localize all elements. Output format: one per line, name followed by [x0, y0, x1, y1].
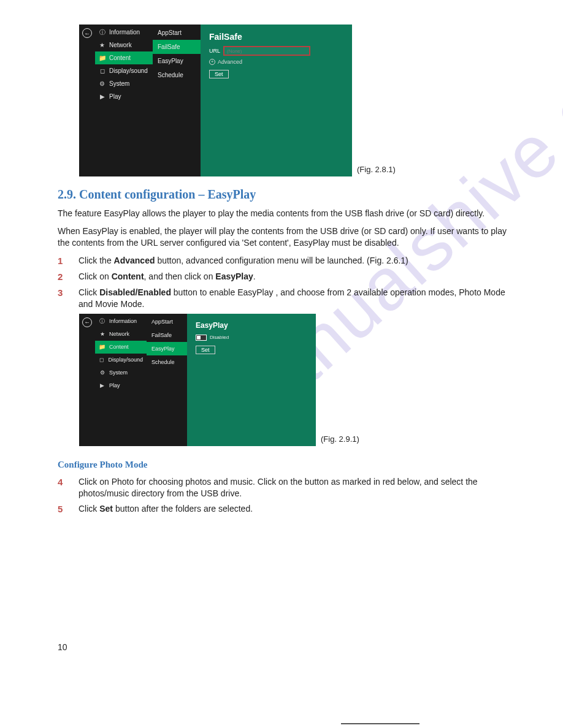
- step-3: 3 Click Disabled/Enabled button to enabl…: [58, 287, 511, 310]
- step-2: 2 Click on Content, and then click on Ea…: [58, 271, 511, 283]
- nav-label: Play: [109, 93, 121, 100]
- back-column: ←: [79, 25, 95, 176]
- footer-divider: [341, 723, 419, 724]
- toggle-knob: [197, 336, 201, 339]
- primary-nav: ⓘInformation ★Network 📁Content ◻Display/…: [95, 25, 153, 176]
- step-text: Click on Photo for choosing photos and m…: [79, 476, 511, 499]
- step-1: 1 Click the Advanced button, advanced co…: [58, 255, 511, 267]
- screenshot-failsafe: ← ⓘInformation ★Network 📁Content ◻Displa…: [79, 25, 352, 176]
- nav-information[interactable]: ⓘInformation: [95, 315, 147, 328]
- nav-play[interactable]: ▶Play: [95, 379, 147, 392]
- figure-2-8-1: ← ⓘInformation ★Network 📁Content ◻Displa…: [79, 25, 511, 176]
- page-content: ← ⓘInformation ★Network 📁Content ◻Displa…: [58, 25, 511, 519]
- sub-appstart[interactable]: AppStart: [153, 26, 201, 40]
- figure-2-9-1: ← ⓘInformation ★Network 📁Content ◻Displa…: [79, 314, 511, 446]
- nav-label: Display/sound: [108, 357, 143, 363]
- page-number: 10: [58, 642, 67, 652]
- section-heading: 2.9. Content configuration – EasyPlay: [58, 188, 511, 202]
- system-icon: ⚙: [99, 370, 105, 376]
- sub-easyplay[interactable]: EasyPlay: [147, 342, 187, 355]
- toggle-label: Disabled: [210, 335, 229, 340]
- screenshot-easyplay: ← ⓘInformation ★Network 📁Content ◻Displa…: [79, 314, 316, 446]
- nav-display-sound[interactable]: ◻Display/sound: [95, 64, 153, 77]
- sub-schedule[interactable]: Schedule: [153, 68, 201, 82]
- nav-label: Content: [109, 55, 131, 61]
- url-input[interactable]: [224, 47, 310, 55]
- nav-label: Network: [109, 331, 129, 337]
- intro-paragraph-2: When EasyPlay is enabled, the player wil…: [58, 226, 511, 249]
- url-label: URL: [209, 48, 220, 54]
- nav-information[interactable]: ⓘInformation: [95, 26, 153, 39]
- step-number: 2: [58, 271, 79, 283]
- advanced-label: Advanced: [218, 59, 242, 65]
- url-row: URL: [209, 47, 343, 55]
- settings-pane: EasyPlay Disabled Set: [187, 314, 316, 446]
- nav-system[interactable]: ⚙System: [95, 77, 153, 90]
- plus-icon: +: [209, 59, 215, 65]
- pane-title: EasyPlay: [196, 321, 307, 330]
- network-icon: ★: [99, 42, 105, 48]
- nav-network[interactable]: ★Network: [95, 328, 147, 341]
- figure-caption: (Fig. 2.8.1): [357, 165, 396, 174]
- step-text: Click Disabled/Enabled button to enable …: [79, 287, 511, 310]
- back-icon[interactable]: ←: [82, 317, 92, 327]
- nav-label: Display/sound: [109, 67, 148, 74]
- nav-label: Information: [109, 29, 140, 36]
- step-number: 1: [58, 255, 79, 267]
- steps-list-a: 1 Click the Advanced button, advanced co…: [58, 255, 511, 310]
- steps-list-b: 4 Click on Photo for choosing photos and…: [58, 476, 511, 515]
- figure-caption: (Fig. 2.9.1): [321, 434, 359, 444]
- back-icon[interactable]: ←: [82, 28, 92, 38]
- display-icon: ◻: [99, 357, 104, 363]
- nav-network[interactable]: ★Network: [95, 39, 153, 51]
- advanced-row[interactable]: + Advanced: [209, 59, 343, 65]
- nav-label: System: [109, 370, 128, 376]
- sub-heading: Configure Photo Mode: [58, 460, 511, 470]
- intro-paragraph-1: The feature EasyPlay allows the player t…: [58, 208, 511, 219]
- step-text: Click Set button after the folders are s…: [79, 503, 511, 515]
- nav-label: Information: [109, 318, 137, 324]
- play-icon: ▶: [99, 382, 105, 389]
- secondary-nav: AppStart FailSafe EasyPlay Schedule: [147, 314, 187, 446]
- step-text: Click the Advanced button, advanced conf…: [79, 255, 511, 267]
- display-icon: ◻: [99, 67, 105, 74]
- set-button[interactable]: Set: [196, 346, 215, 354]
- folder-icon: 📁: [99, 55, 105, 61]
- sub-failsafe[interactable]: FailSafe: [147, 328, 187, 342]
- primary-nav: ⓘInformation ★Network 📁Content ◻Display/…: [95, 314, 147, 446]
- pane-title: FailSafe: [209, 32, 343, 42]
- step-number: 3: [58, 287, 79, 310]
- step-4: 4 Click on Photo for choosing photos and…: [58, 476, 511, 499]
- enable-toggle[interactable]: [196, 335, 207, 341]
- nav-system[interactable]: ⚙System: [95, 366, 147, 379]
- step-5: 5 Click Set button after the folders are…: [58, 503, 511, 515]
- nav-label: Play: [109, 382, 120, 389]
- nav-content[interactable]: 📁Content: [95, 341, 147, 354]
- network-icon: ★: [99, 331, 105, 338]
- settings-pane: FailSafe URL + Advanced Set: [201, 25, 352, 176]
- nav-display-sound[interactable]: ◻Display/sound: [95, 354, 147, 366]
- nav-content[interactable]: 📁Content: [95, 51, 153, 64]
- sub-schedule[interactable]: Schedule: [147, 355, 187, 369]
- step-number: 5: [58, 503, 79, 515]
- nav-label: Network: [109, 42, 132, 48]
- nav-play[interactable]: ▶Play: [95, 90, 153, 103]
- sub-easyplay[interactable]: EasyPlay: [153, 54, 201, 68]
- set-button[interactable]: Set: [209, 70, 229, 78]
- folder-icon: 📁: [99, 344, 105, 351]
- system-icon: ⚙: [99, 80, 105, 87]
- info-icon: ⓘ: [99, 29, 105, 36]
- step-text: Click on Content, and then click on Easy…: [79, 271, 511, 283]
- info-icon: ⓘ: [99, 318, 105, 325]
- nav-label: Content: [109, 344, 129, 350]
- sub-appstart[interactable]: AppStart: [147, 315, 187, 328]
- step-number: 4: [58, 476, 79, 499]
- back-column: ←: [79, 314, 95, 446]
- nav-label: System: [109, 80, 129, 87]
- secondary-nav: AppStart FailSafe EasyPlay Schedule: [153, 25, 201, 176]
- play-icon: ▶: [99, 93, 105, 100]
- sub-failsafe[interactable]: FailSafe: [153, 40, 201, 54]
- toggle-row: Disabled: [196, 335, 307, 341]
